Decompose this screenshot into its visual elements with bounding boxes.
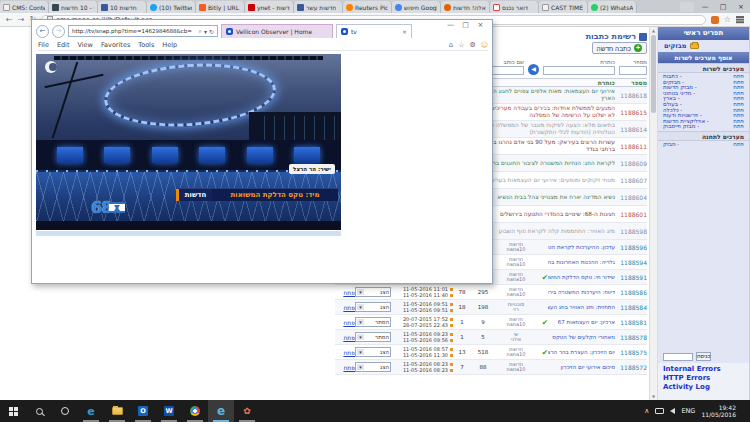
sidebar-item-label[interactable]: מבזק פייסבוק [663, 124, 699, 130]
sidebar-open-link[interactable]: פתח [733, 124, 744, 130]
speaker-icon[interactable] [670, 408, 675, 414]
minimize-button[interactable]: — [696, 3, 714, 11]
menu-file[interactable]: File [38, 41, 49, 49]
open-link[interactable]: פתח [335, 289, 355, 296]
open-link[interactable]: פתח [335, 319, 355, 326]
page-scrollbar[interactable]: ▲ ▼ [649, 27, 658, 400]
error-log-link[interactable]: Internal Errors [663, 365, 744, 374]
new-article-button[interactable]: + כתבה חדשה [592, 42, 647, 54]
folder-icon [112, 407, 123, 415]
article-headline-link[interactable]: שידור חי: טקס הדלקת המשואות [548, 274, 615, 280]
sidebar-open-link[interactable]: פתח [733, 142, 744, 148]
language-indicator[interactable]: ENG [681, 407, 695, 415]
browser-tab[interactable]: Bitly | URL S… [196, 1, 245, 13]
visibility-select[interactable]: הסתר ▾ [355, 317, 391, 327]
number-filter-input[interactable] [619, 66, 647, 75]
visibility-select[interactable]: הצג ▾ [355, 362, 391, 372]
browser-tab[interactable]: ynet - חדשות [245, 1, 294, 13]
task-view-button[interactable] [52, 400, 78, 422]
browser-tab[interactable]: חיפוש Google [392, 1, 441, 13]
author-cell: שי אילני [495, 332, 537, 343]
taskbar-edge[interactable]: e [78, 400, 104, 422]
open-link[interactable]: פתח [335, 304, 355, 311]
open-link[interactable]: פתח [335, 349, 355, 356]
back-icon[interactable]: ← [6, 15, 13, 24]
browser-tab[interactable]: וואלה! חדשות [441, 1, 490, 13]
minimize-button[interactable]: — [443, 21, 458, 29]
visibility-select[interactable]: הסתר ▾ [355, 332, 391, 342]
sidebar-folder-item[interactable]: מבזקים [658, 40, 749, 52]
scrollbar-thumb[interactable] [651, 35, 656, 113]
browser-tab[interactable]: CMS: Conten… [0, 1, 49, 13]
menu-help[interactable]: Help [162, 41, 177, 49]
tab-close-icon[interactable]: × [402, 28, 407, 35]
network-icon[interactable] [655, 408, 664, 414]
forward-icon[interactable]: → [52, 25, 65, 38]
back-icon[interactable]: ← [36, 25, 49, 38]
close-button[interactable]: × [473, 21, 488, 29]
scroll-down-icon[interactable]: ▼ [650, 394, 657, 399]
sidebar-item-label[interactable]: מבזק [663, 142, 679, 148]
visibility-select[interactable]: הצג ▾ [355, 302, 391, 312]
article-headline-link[interactable]: עדכון: ההיערכות לקראת הטקס [548, 244, 615, 250]
browser-tab[interactable]: CAST TIME N… [539, 1, 588, 13]
taskbar-word[interactable]: W [156, 400, 182, 422]
error-log-link[interactable]: Activity Log [663, 383, 744, 392]
article-headline-link[interactable]: סיכום אירועי יום הזיכרון [548, 364, 615, 370]
open-link[interactable]: פתח [335, 334, 355, 341]
popup-address-bar[interactable]: http://tv/snap.php?time=1462984688&cb= ⌕… [68, 25, 218, 37]
bookmark-star-icon[interactable]: ☆ [724, 15, 731, 24]
forward-icon[interactable]: → [18, 15, 25, 24]
new-tab-button[interactable] [680, 2, 694, 12]
taskbar-outlook[interactable]: O [130, 400, 156, 422]
taskbar-search-button[interactable] [26, 400, 52, 422]
maximize-button[interactable]: □ [714, 3, 732, 11]
taskbar-chrome[interactable] [182, 400, 208, 422]
menu-view[interactable]: View [77, 41, 92, 49]
taskbar-file-explorer[interactable] [104, 400, 130, 422]
scroll-up-icon[interactable]: ▲ [650, 28, 657, 33]
sidebar-form-button[interactable]: כניסה [696, 352, 711, 361]
maximize-button[interactable]: □ [458, 21, 473, 29]
close-button[interactable]: × [732, 3, 750, 11]
browser-tab[interactable]: י - 10 חדשות [49, 1, 98, 13]
taskbar-clock[interactable]: 19:42 11/05/2016 [701, 404, 736, 418]
browser-tab[interactable]: דואר נכנס [490, 1, 539, 13]
visibility-select[interactable]: הצג ▾ [355, 347, 391, 357]
menu-tools[interactable]: Tools [138, 41, 154, 49]
popup-tab-tv[interactable]: tv × [336, 24, 412, 38]
favorites-star-icon[interactable]: ☆ [458, 41, 464, 49]
open-link[interactable]: פתח [335, 364, 355, 371]
browser-tab[interactable]: (2) WhatsApp… [588, 1, 637, 13]
article-headline-link[interactable]: מאחורי הקלעים של הטקס [548, 334, 615, 340]
browser-menu-icon[interactable] [736, 16, 744, 17]
error-log-link[interactable]: HTTP Errors [663, 374, 744, 383]
sidebar-form-input[interactable] [663, 353, 693, 361]
taskbar-internet-explorer[interactable]: e [208, 400, 234, 422]
search-icon[interactable]: ⌕ [199, 27, 202, 35]
extension-icon[interactable] [711, 16, 719, 24]
menu-edit[interactable]: Edit [57, 41, 70, 49]
article-headline-link[interactable]: גלריה: ההכנות האחרונות בהר הרצל [548, 259, 615, 265]
tray-expand-icon[interactable]: ∧ [644, 407, 649, 415]
article-headline-link[interactable]: יום הזיכרון: העצרת בהר הרצל [548, 349, 615, 355]
taskbar-media-app[interactable]: ✿ [234, 400, 260, 422]
refresh-icon[interactable]: ↻ [209, 28, 214, 35]
start-button[interactable] [0, 400, 26, 422]
article-headline-link[interactable]: התחזית: מזג האוויר בחג העצמאות [548, 304, 615, 310]
article-headline-link[interactable]: ארכיון: יום העצמאות 67 [548, 319, 615, 325]
menu-favorites[interactable]: Favorites [101, 41, 130, 49]
browser-tab[interactable]: 10 חדשות [98, 1, 147, 13]
chevron-down-icon[interactable]: ▾ [204, 28, 207, 35]
filter-go-button[interactable]: ◀ [528, 64, 539, 75]
article-headline-link[interactable]: דיווח: היערכות המשטרה בירושלים [548, 289, 615, 295]
home-icon[interactable]: ⌂ [449, 41, 453, 49]
browser-tab[interactable]: חדשות עשר [294, 1, 343, 13]
title-filter-input[interactable] [543, 66, 615, 75]
popup-tab-observer[interactable]: Vellicon Observer | Home [221, 24, 333, 38]
browser-tab[interactable]: Reuters Pictu… [343, 1, 392, 13]
feedback-smiley-icon[interactable]: ☺ [481, 41, 488, 49]
visibility-select[interactable]: הצג ▾ [355, 287, 391, 297]
gear-icon[interactable]: ⚙ [469, 41, 475, 49]
browser-tab[interactable]: (10) Twitter [147, 1, 196, 13]
